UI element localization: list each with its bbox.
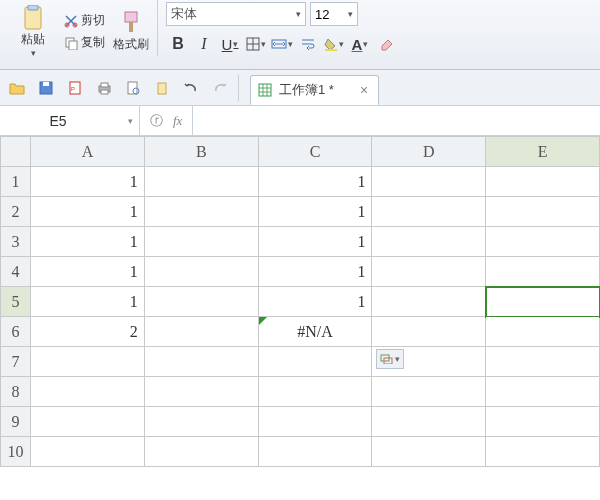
cell-A10[interactable]	[31, 437, 145, 467]
smart-tag-button[interactable]: ▾	[376, 349, 404, 369]
cell-B5[interactable]	[144, 287, 258, 317]
row-header-9[interactable]: 9	[1, 407, 31, 437]
fx-icon[interactable]: fx	[173, 113, 182, 129]
cell-D10[interactable]	[372, 437, 486, 467]
cell-D8[interactable]	[372, 377, 486, 407]
cell-C9[interactable]	[258, 407, 372, 437]
cell-C3[interactable]: 1	[258, 227, 372, 257]
cell-E7[interactable]	[486, 347, 600, 377]
cell-C1[interactable]: 1	[258, 167, 372, 197]
col-header-D[interactable]: D	[372, 137, 486, 167]
paste-qat-button[interactable]	[149, 75, 175, 101]
document-tab-title: 工作簿1 *	[279, 81, 334, 99]
row-header-5[interactable]: 5	[1, 287, 31, 317]
save-button[interactable]	[33, 75, 59, 101]
cell-A7[interactable]	[31, 347, 145, 377]
cell-C4[interactable]: 1	[258, 257, 372, 287]
cell-D9[interactable]	[372, 407, 486, 437]
cell-A8[interactable]	[31, 377, 145, 407]
cell-E3[interactable]	[486, 227, 600, 257]
cell-B2[interactable]	[144, 197, 258, 227]
undo-button[interactable]	[178, 75, 204, 101]
name-box[interactable]: ▾	[0, 106, 140, 135]
col-header-C[interactable]: C	[258, 137, 372, 167]
cell-B6[interactable]	[144, 317, 258, 347]
cell-E4[interactable]	[486, 257, 600, 287]
cell-A9[interactable]	[31, 407, 145, 437]
underline-button[interactable]: U▾	[218, 32, 242, 56]
row-header-2[interactable]: 2	[1, 197, 31, 227]
cell-D4[interactable]	[372, 257, 486, 287]
cell-A5[interactable]: 1	[31, 287, 145, 317]
document-tab[interactable]: 工作簿1 * ×	[250, 75, 379, 105]
cell-B10[interactable]	[144, 437, 258, 467]
cell-E2[interactable]	[486, 197, 600, 227]
cell-D6[interactable]	[372, 317, 486, 347]
cell-E10[interactable]	[486, 437, 600, 467]
cell-A1[interactable]: 1	[31, 167, 145, 197]
print-button[interactable]	[91, 75, 117, 101]
cell-B8[interactable]	[144, 377, 258, 407]
row-header-10[interactable]: 10	[1, 437, 31, 467]
select-all-corner[interactable]	[1, 137, 31, 167]
cut-button[interactable]: 剪切	[60, 10, 109, 32]
cell-C5[interactable]: 1	[258, 287, 372, 317]
font-size-combo[interactable]: 12 ▾	[310, 2, 358, 26]
svg-rect-19	[101, 90, 108, 94]
cell-C7[interactable]	[258, 347, 372, 377]
row-header-3[interactable]: 3	[1, 227, 31, 257]
row-header-8[interactable]: 8	[1, 377, 31, 407]
cell-E1[interactable]	[486, 167, 600, 197]
spreadsheet[interactable]: ABCDE11121131141151162#N/A78910 ▾	[0, 136, 600, 500]
cell-B7[interactable]	[144, 347, 258, 377]
row-header-1[interactable]: 1	[1, 167, 31, 197]
cell-D3[interactable]	[372, 227, 486, 257]
cell-B3[interactable]	[144, 227, 258, 257]
font-name-combo[interactable]: 宋体 ▾	[166, 2, 306, 26]
cell-E6[interactable]	[486, 317, 600, 347]
col-header-B[interactable]: B	[144, 137, 258, 167]
cell-B1[interactable]	[144, 167, 258, 197]
cell-E5[interactable]	[486, 287, 600, 317]
cell-B4[interactable]	[144, 257, 258, 287]
cell-D2[interactable]	[372, 197, 486, 227]
font-color-button[interactable]: A▾	[348, 32, 372, 56]
cell-A3[interactable]: 1	[31, 227, 145, 257]
cell-E8[interactable]	[486, 377, 600, 407]
cell-E9[interactable]	[486, 407, 600, 437]
row-header-6[interactable]: 6	[1, 317, 31, 347]
formula-input[interactable]	[201, 113, 592, 129]
cell-A6[interactable]: 2	[31, 317, 145, 347]
cell-C6[interactable]: #N/A	[258, 317, 372, 347]
redo-button[interactable]	[207, 75, 233, 101]
italic-button[interactable]: I	[192, 32, 216, 56]
cell-C2[interactable]: 1	[258, 197, 372, 227]
row-header-4[interactable]: 4	[1, 257, 31, 287]
cell-A2[interactable]: 1	[31, 197, 145, 227]
open-button[interactable]	[4, 75, 30, 101]
name-box-input[interactable]	[28, 113, 88, 129]
fill-color-button[interactable]: ▾	[322, 32, 346, 56]
cell-C8[interactable]	[258, 377, 372, 407]
cell-B9[interactable]	[144, 407, 258, 437]
svg-rect-18	[101, 83, 108, 87]
cell-D5[interactable]	[372, 287, 486, 317]
paste-button[interactable]: 粘贴 ▾	[10, 3, 56, 61]
trace-icon[interactable]: ⓡ	[150, 112, 163, 130]
merge-button[interactable]: ▾	[270, 32, 294, 56]
close-tab-button[interactable]: ×	[360, 82, 368, 98]
col-header-A[interactable]: A	[31, 137, 145, 167]
clear-format-button[interactable]	[374, 32, 398, 56]
print-preview-button[interactable]	[120, 75, 146, 101]
wrap-text-button[interactable]	[296, 32, 320, 56]
cell-A4[interactable]: 1	[31, 257, 145, 287]
export-pdf-button[interactable]: P	[62, 75, 88, 101]
format-painter-button[interactable]: 格式刷	[113, 10, 149, 53]
cell-D1[interactable]	[372, 167, 486, 197]
row-header-7[interactable]: 7	[1, 347, 31, 377]
bold-button[interactable]: B	[166, 32, 190, 56]
cell-C10[interactable]	[258, 437, 372, 467]
copy-button[interactable]: 复制	[60, 32, 109, 54]
border-button[interactable]: ▾	[244, 32, 268, 56]
col-header-E[interactable]: E	[486, 137, 600, 167]
